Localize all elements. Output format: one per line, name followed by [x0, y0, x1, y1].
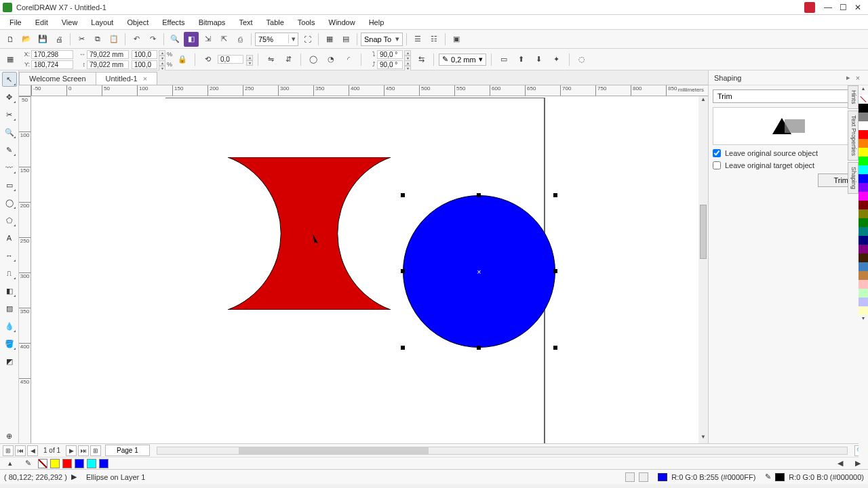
palette-swatch-yellow[interactable]: [50, 459, 60, 468]
docker-close-icon[interactable]: ×: [853, 74, 863, 82]
page-next-button[interactable]: ▶: [66, 445, 77, 456]
fullscreen-button[interactable]: ⛶: [300, 32, 315, 47]
pick-tool[interactable]: ↖: [2, 72, 17, 87]
ruler-horizontal[interactable]: -500501001502002503003504004505005506006…: [31, 85, 708, 96]
ruler-vertical[interactable]: 50100150200250300350400450: [19, 96, 31, 443]
align-button[interactable]: ☷: [427, 32, 441, 47]
options-button[interactable]: ☰: [410, 32, 425, 47]
paste-button[interactable]: 📋: [106, 32, 121, 47]
fill-swatch[interactable]: [658, 473, 667, 481]
quick-customize-tool[interactable]: ⊕: [2, 428, 17, 443]
artistic-media-tool[interactable]: 〰: [2, 160, 17, 175]
zoom-dropdown-icon[interactable]: ▾: [288, 35, 298, 43]
sel-handle-nw[interactable]: [401, 193, 405, 197]
lock-ratio-button[interactable]: 🔒: [175, 52, 190, 67]
palette-color-swatch[interactable]: [859, 201, 868, 209]
palette-color-swatch[interactable]: [859, 183, 868, 192]
obj-origin-button[interactable]: ▦: [3, 52, 18, 67]
palette-color-swatch[interactable]: [859, 227, 868, 236]
snap-combo[interactable]: Snap To ▾: [361, 33, 403, 46]
palette-color-swatch[interactable]: [859, 306, 868, 315]
drawing-area[interactable]: ×: [31, 96, 708, 443]
palette-no-fill[interactable]: [859, 95, 868, 104]
pie-button[interactable]: ◔: [323, 52, 338, 67]
palette-color-swatch[interactable]: [859, 289, 868, 298]
palette-color-swatch[interactable]: [859, 174, 868, 183]
palette-swatch-red[interactable]: [62, 459, 72, 468]
show-rulers-button[interactable]: ▦: [322, 32, 337, 47]
pos-y-field[interactable]: 180,724 mm: [31, 60, 73, 69]
rotation-field[interactable]: 0,0: [218, 55, 243, 64]
palette-scroll-down-icon[interactable]: ▾: [859, 315, 868, 325]
canvas-hscrollbar[interactable]: [157, 447, 848, 455]
palette-left-icon[interactable]: ◀: [833, 456, 848, 471]
undo-button[interactable]: ↶: [129, 32, 144, 47]
redo-button[interactable]: ↷: [145, 32, 160, 47]
zoom-tool[interactable]: 🔍: [2, 125, 17, 140]
ellipse-button[interactable]: ◯: [306, 52, 321, 67]
palette-color-swatch[interactable]: [859, 130, 868, 139]
connector-tool[interactable]: ⎍: [2, 266, 17, 281]
no-color-swatch[interactable]: [38, 459, 47, 468]
palette-eyedropper-icon[interactable]: ✎: [20, 456, 35, 471]
ellipse-tool[interactable]: ◯: [2, 195, 17, 210]
menu-table[interactable]: Table: [260, 16, 291, 28]
close-button[interactable]: ✕: [850, 1, 865, 14]
palette-color-swatch[interactable]: [859, 104, 868, 113]
leave-target-input[interactable]: [713, 161, 721, 169]
launch-app-button[interactable]: ▣: [449, 32, 464, 47]
page-add-after-button[interactable]: ⊞: [90, 445, 101, 456]
width-field[interactable]: 79,022 mm: [87, 50, 129, 59]
palette-color-swatch[interactable]: [859, 157, 868, 165]
menu-text[interactable]: Text: [232, 16, 259, 28]
palette-color-swatch[interactable]: [859, 280, 868, 289]
hscroll-thumb[interactable]: [239, 447, 429, 454]
palette-color-swatch[interactable]: [859, 192, 868, 201]
sel-handle-e[interactable]: [553, 269, 557, 273]
zoom-input[interactable]: [256, 33, 288, 45]
leave-target-checkbox[interactable]: Leave original target object: [713, 161, 864, 169]
blue-ellipse[interactable]: ×: [403, 195, 555, 348]
menu-tools[interactable]: Tools: [291, 16, 322, 28]
menu-object[interactable]: Object: [120, 16, 155, 28]
arc-start-field[interactable]: 90,0 °: [377, 50, 403, 59]
menu-help[interactable]: Help: [362, 16, 391, 28]
export-button[interactable]: ⇱: [216, 32, 231, 47]
vscroll-down-icon[interactable]: ▼: [698, 434, 708, 443]
sel-handle-ne[interactable]: [553, 193, 557, 197]
color-eyedropper-tool[interactable]: 💧: [2, 319, 17, 333]
status-color-settings-icon[interactable]: [639, 472, 648, 482]
palette-swatch-blue[interactable]: [75, 459, 84, 468]
palette-swatch-blue-2[interactable]: [99, 459, 108, 468]
canvas-vscrollbar[interactable]: ▲ ▼: [698, 96, 708, 443]
alert-icon[interactable]: [804, 2, 815, 13]
palette-up-icon[interactable]: ▴: [3, 456, 18, 471]
palette-color-swatch[interactable]: [859, 148, 868, 157]
scale-y-field[interactable]: 100,0: [132, 60, 157, 69]
page-prev-button[interactable]: ◀: [27, 445, 38, 456]
parallel-dim-tool[interactable]: ↔: [2, 248, 17, 263]
sel-handle-sw[interactable]: [401, 346, 405, 350]
palette-color-swatch[interactable]: [859, 218, 868, 227]
status-color-proof-icon[interactable]: [625, 472, 635, 482]
sel-handle-w[interactable]: [401, 269, 405, 273]
tab-welcome[interactable]: Welcome Screen: [19, 72, 96, 85]
sel-handle-s[interactable]: [477, 346, 481, 350]
cut-button[interactable]: ✂: [74, 32, 89, 47]
mirror-h-button[interactable]: ⇋: [263, 52, 278, 67]
palette-color-swatch[interactable]: [859, 262, 868, 271]
palette-color-swatch[interactable]: [859, 113, 868, 121]
transparency-tool[interactable]: ▨: [2, 301, 17, 316]
palette-color-swatch[interactable]: [859, 165, 868, 174]
palette-color-swatch[interactable]: [859, 245, 868, 253]
palette-color-swatch[interactable]: [859, 298, 868, 306]
sel-handle-se[interactable]: [553, 346, 557, 350]
publish-button[interactable]: ⎙: [233, 32, 248, 47]
rectangle-tool[interactable]: ▭: [2, 178, 17, 192]
polygon-tool[interactable]: ⬠: [2, 213, 17, 228]
show-grid-button[interactable]: ▤: [338, 32, 353, 47]
open-button[interactable]: 📂: [19, 32, 34, 47]
side-tab-text-properties[interactable]: Text Properties: [848, 110, 859, 161]
smart-fill-tool[interactable]: ◩: [2, 354, 17, 369]
convert-curves-button[interactable]: ✦: [549, 52, 564, 67]
